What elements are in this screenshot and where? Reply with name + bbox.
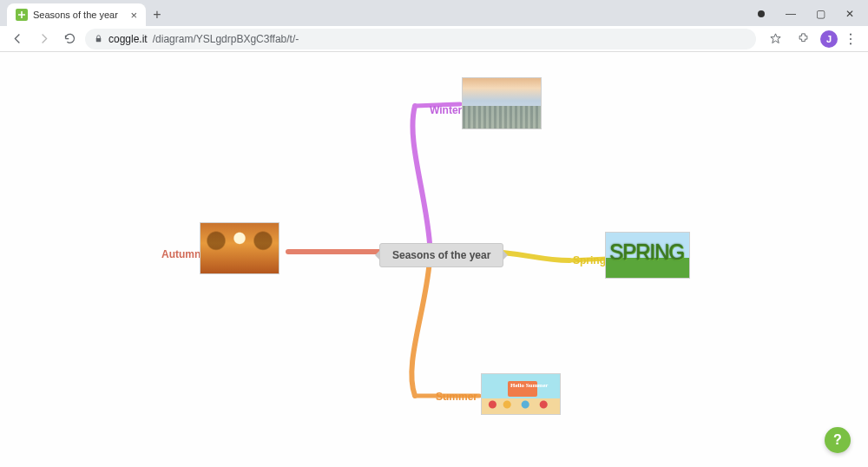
maximize-button[interactable]: ▢	[806, 2, 835, 26]
node-label-spring[interactable]: Spring	[573, 254, 606, 266]
center-node[interactable]: Seasons of the year	[379, 243, 503, 267]
new-tab-button[interactable]: +	[146, 3, 168, 26]
help-button[interactable]: ?	[825, 427, 851, 453]
browser-tab[interactable]: Seasons of the year ×	[7, 3, 146, 26]
lock-icon	[94, 34, 103, 43]
close-window-button[interactable]: ✕	[835, 2, 865, 26]
profile-avatar[interactable]: J	[820, 30, 838, 48]
url-field[interactable]: coggle.it/diagram/YSLgdrpBXgC3ffab/t/-	[85, 29, 756, 49]
browser-tab-strip: Seasons of the year × + — ▢ ✕	[0, 0, 868, 26]
close-tab-icon[interactable]: ×	[130, 9, 137, 22]
address-bar: coggle.it/diagram/YSLgdrpBXgC3ffab/t/- J…	[0, 26, 868, 52]
window-controls: — ▢ ✕	[746, 2, 868, 26]
tab-title: Seasons of the year	[33, 10, 118, 20]
summer-image-text: Hello Summer	[510, 382, 548, 389]
minimize-button[interactable]: —	[776, 2, 806, 26]
node-label-winter[interactable]: Winter	[430, 104, 462, 116]
account-indicator-icon[interactable]	[746, 2, 776, 26]
url-path: /diagram/YSLgdrpBXgC3ffab/t/-	[153, 33, 299, 45]
browser-menu-icon[interactable]: ⋯	[843, 32, 859, 45]
node-image-spring[interactable]: SPRING	[605, 232, 690, 279]
extensions-icon[interactable]	[792, 29, 813, 49]
url-host: coggle.it	[108, 33, 148, 45]
nav-back-button[interactable]	[7, 29, 28, 49]
favicon-icon	[16, 9, 28, 21]
node-label-autumn[interactable]: Autumn	[161, 248, 201, 260]
diagram-canvas[interactable]: Seasons of the year Winter Autumn Spring…	[0, 52, 868, 467]
node-image-summer[interactable]: Hello Summer	[481, 373, 561, 415]
nav-forward-button[interactable]	[33, 29, 54, 49]
star-bookmark-icon[interactable]	[765, 29, 786, 49]
node-image-autumn[interactable]	[200, 222, 279, 274]
node-image-winter[interactable]	[462, 77, 542, 129]
node-label-summer[interactable]: Summer	[436, 391, 477, 403]
svg-rect-0	[96, 38, 102, 42]
reload-button[interactable]	[59, 29, 80, 49]
spring-image-text: SPRING	[609, 239, 684, 266]
